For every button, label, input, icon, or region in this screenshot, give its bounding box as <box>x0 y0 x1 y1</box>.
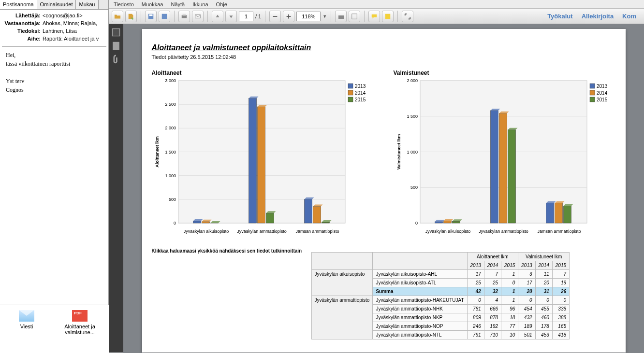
chart-svg: 05001 0001 5002 000Valmistuneet lkmJyväs… <box>394 78 621 238</box>
subject-label: Aihe: <box>3 35 43 42</box>
svg-text:Jämsän ammattiopisto: Jämsän ammattiopisto <box>295 229 339 234</box>
attachments-pane-icon[interactable] <box>111 54 121 65</box>
save-button[interactable] <box>145 11 157 22</box>
page-input[interactable] <box>239 12 253 21</box>
document-scroll[interactable]: Aloittaneet ja valmistuneet oppilaitoksi… <box>123 24 644 353</box>
attachment-message[interactable]: Viesti <box>5 310 48 348</box>
svg-text:Aloittaneet lkm: Aloittaneet lkm <box>155 136 160 168</box>
svg-text:500: 500 <box>168 197 176 202</box>
fullscreen-button[interactable] <box>402 11 413 22</box>
svg-text:0: 0 <box>173 221 176 226</box>
sign-button[interactable]: Allekirjoita <box>582 13 614 20</box>
svg-text:Valmistuneet lkm: Valmistuneet lkm <box>396 134 401 170</box>
svg-rect-86 <box>590 84 595 88</box>
svg-rect-5 <box>352 14 357 19</box>
attachment-label: Aloittaneet ja valmistune... <box>58 324 102 335</box>
svg-text:0: 0 <box>415 221 417 226</box>
toolbar-right: Työkalut Allekirjoita Kom <box>547 13 641 20</box>
attachment-label: Viesti <box>5 324 48 329</box>
svg-rect-0 <box>149 14 153 16</box>
attach-button[interactable] <box>159 11 170 22</box>
attachments: Viesti Aloittaneet ja valmistune... <box>0 305 109 353</box>
menu-view[interactable]: Näytä <box>171 1 185 7</box>
tab-mukau[interactable]: Mukau <box>76 0 98 9</box>
svg-rect-2 <box>183 14 186 15</box>
chart-title: Valmistuneet <box>394 70 621 76</box>
zoom-out-button[interactable] <box>269 11 281 22</box>
svg-rect-72 <box>490 111 498 223</box>
tools-button[interactable]: Työkalut <box>547 13 573 20</box>
subject-value: Raportti: Aloittaneet ja v <box>43 35 99 42</box>
svg-text:2014: 2014 <box>597 90 608 96</box>
print-preview-button[interactable] <box>335 11 347 22</box>
chart-title: Aloittaneet <box>152 70 379 76</box>
email-button[interactable] <box>192 11 204 22</box>
svg-rect-40 <box>304 199 312 223</box>
cc-value: Lahtinen, Liisa <box>43 27 77 35</box>
pdf-icon <box>72 310 88 322</box>
svg-text:2 500: 2 500 <box>165 102 176 107</box>
email-header: Lähettäjä:<cognos@jao.fi> Vastaanottaja:… <box>0 10 108 44</box>
svg-rect-83 <box>563 206 571 223</box>
menu-edit[interactable]: Muokkaa <box>142 1 163 7</box>
zoom-input[interactable] <box>296 12 321 21</box>
svg-text:Jyväskylän ammattiopisto: Jyväskylän ammattiopisto <box>237 229 287 234</box>
reading-mode-button[interactable] <box>349 11 360 22</box>
zoom-in-button[interactable] <box>283 11 294 22</box>
page-total: / 1 <box>255 14 261 19</box>
tab-postisanoma[interactable]: Postisanoma <box>0 0 37 9</box>
pdf-viewer: Tiedosto Muokkaa Näytä Ikkuna Ohje / 1 ▼ <box>109 0 644 353</box>
page-down-button[interactable] <box>225 11 237 22</box>
svg-text:Jyväskylän ammattiopisto: Jyväskylän ammattiopisto <box>479 229 528 234</box>
svg-rect-33 <box>249 99 256 223</box>
menu-help[interactable]: Ohje <box>216 1 227 7</box>
bookmarks-icon[interactable] <box>111 41 121 51</box>
svg-text:2013: 2013 <box>355 84 366 89</box>
svg-rect-47 <box>348 84 353 88</box>
tab-ominaisuudet[interactable]: Ominaisuudet <box>37 0 76 9</box>
email-tabs: Postisanoma Ominaisuudet Mukau <box>0 0 108 10</box>
svg-rect-37 <box>266 213 274 223</box>
svg-rect-26 <box>193 221 201 223</box>
svg-text:2 000: 2 000 <box>407 78 418 83</box>
svg-text:1 000: 1 000 <box>407 150 418 155</box>
body-line: Yst terv <box>6 77 102 85</box>
svg-rect-44 <box>322 222 329 223</box>
svg-rect-90 <box>590 97 595 102</box>
svg-rect-67 <box>443 221 451 223</box>
body-line: Cognos <box>6 85 102 94</box>
zoom-dropdown-icon[interactable]: ▼ <box>322 14 327 19</box>
svg-text:1 500: 1 500 <box>407 114 418 119</box>
open-button[interactable] <box>112 11 123 22</box>
comment-panel-button[interactable]: Kom <box>622 13 636 20</box>
print-button[interactable] <box>178 11 190 22</box>
svg-text:Jämsän ammattiopisto: Jämsän ammattiopisto <box>537 229 581 234</box>
pdf-page: Aloittaneet ja valmistuneet oppilaitoksi… <box>142 29 626 353</box>
page-up-button[interactable] <box>212 11 223 22</box>
svg-rect-8 <box>113 29 119 36</box>
svg-rect-74 <box>499 113 507 223</box>
svg-text:2015: 2015 <box>597 97 608 102</box>
svg-rect-6 <box>385 14 391 19</box>
menu-file[interactable]: Tiedosto <box>114 1 134 7</box>
email-pane: Postisanoma Ominaisuudet Mukau Lähettäjä… <box>0 0 109 353</box>
thumbnails-icon[interactable] <box>111 27 121 38</box>
table-caption: Klikkaa haluamaasi yksikköä nähdäksesi s… <box>152 245 307 254</box>
menu-window[interactable]: Ikkuna <box>192 1 208 7</box>
chart-valmistuneet: Valmistuneet 05001 0001 5002 000Valmistu… <box>394 70 621 239</box>
from-label: Lähettäjä: <box>3 12 43 19</box>
comment-button[interactable] <box>368 11 380 22</box>
svg-rect-51 <box>348 97 353 102</box>
report-subtitle: Tiedot päivitetty 26.5.2015 12:02:48 <box>152 54 616 60</box>
to-label: Vastaanottaja: <box>3 19 43 27</box>
svg-text:1 500: 1 500 <box>165 150 176 155</box>
svg-rect-28 <box>202 222 209 223</box>
svg-text:3 000: 3 000 <box>165 78 176 83</box>
create-button[interactable] <box>125 11 137 22</box>
report-title: Aloittaneet ja valmistuneet oppilaitoksi… <box>152 43 616 52</box>
chart-svg: 05001 0001 5002 0002 5003 000Aloittaneet… <box>152 78 379 238</box>
attachment-pdf[interactable]: Aloittaneet ja valmistune... <box>58 310 102 348</box>
sidebar-icons <box>109 24 123 353</box>
highlight-button[interactable] <box>382 11 394 22</box>
svg-rect-4 <box>338 15 344 19</box>
